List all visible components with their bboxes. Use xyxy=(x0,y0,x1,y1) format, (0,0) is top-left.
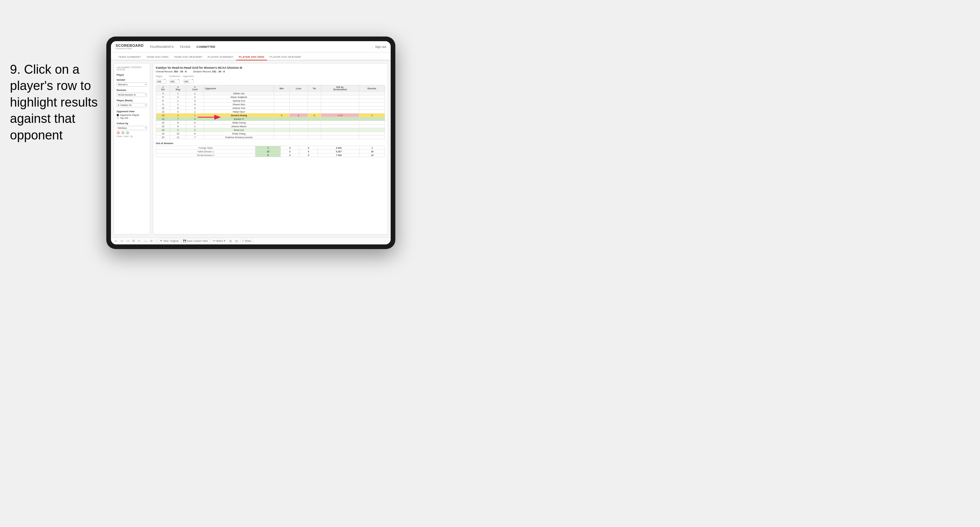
region-dropdown[interactable]: (All) xyxy=(156,80,166,83)
tab-player-summary[interactable]: PLAYER SUMMARY xyxy=(205,54,236,60)
player-rank-dropdown[interactable]: 8. Katelyn Vo xyxy=(117,103,147,107)
radio-top100-label: Top 100 xyxy=(120,117,128,119)
table-row[interactable]: 19 10 6 Emily Chang xyxy=(156,132,385,135)
save-custom-view-button[interactable]: 💾 Save Custom View xyxy=(181,239,209,243)
nav-teams[interactable]: TEAMS xyxy=(180,44,191,49)
col-conf: #Conf xyxy=(186,85,204,92)
cell-loss xyxy=(290,128,308,132)
conference-dropdown[interactable]: (All) xyxy=(169,80,180,83)
opponent-dropdown[interactable]: (All) xyxy=(183,80,194,83)
cell-conf: 1 xyxy=(186,110,204,114)
colour-down xyxy=(117,131,120,135)
cell-reg: 1 xyxy=(170,103,186,106)
table-row[interactable]: 5 2 2 Alexis Sudjianto xyxy=(156,95,385,99)
ood-cell-rounds: 10 xyxy=(360,153,385,157)
grid-expand-button[interactable]: ⊞ xyxy=(228,239,233,243)
table-header-row: #Div #Reg #Conf Opponent Win Loss Tie Di… xyxy=(156,85,385,92)
view-original-button[interactable]: 👁 View: Original xyxy=(158,239,180,243)
cell-conf: 7 xyxy=(186,135,204,139)
ood-cell-diff: 7.400 xyxy=(318,153,360,157)
table-row[interactable]: 14 7 4 Eunice Yi xyxy=(156,117,385,121)
nav-committee[interactable]: COMMITTEE xyxy=(197,44,216,49)
cell-reg: 8 xyxy=(170,121,186,125)
cell-win xyxy=(274,95,290,99)
sub-nav: TEAM SUMMARY TEAM H2H GRID TEAM H2H HEAT… xyxy=(111,52,391,60)
refresh-button[interactable]: ⟳ xyxy=(149,239,154,243)
table-row[interactable]: 15 8 5 Stella Cheng xyxy=(156,121,385,125)
region-filter-wrapper: (All) xyxy=(156,78,166,84)
annotation-text: 9. Click on aplayer's row tohighlight re… xyxy=(10,62,113,143)
cell-tie xyxy=(308,121,321,125)
cell-conf: 2 xyxy=(186,128,204,132)
opponents-filter-label: Opponents: xyxy=(183,75,194,77)
out-of-division: Out of division Foreign Team 1 0 0 4.500… xyxy=(156,142,385,157)
sign-out-button[interactable]: Sign out xyxy=(375,45,386,49)
cell-tie xyxy=(308,128,321,132)
redo-back-button[interactable]: ↩ xyxy=(119,239,124,243)
copy-button[interactable]: ⧉ xyxy=(132,239,135,243)
table-row[interactable]: 18 2 2 Euna Lee xyxy=(156,128,385,132)
table-row[interactable]: 9 1 4 Sharon Mun xyxy=(156,103,385,106)
player-rank-label: Player (Rank) xyxy=(117,99,147,102)
cell-loss xyxy=(290,106,308,110)
cell-opponent: Andrea York xyxy=(204,106,274,110)
colour-labels: Down Level Up xyxy=(117,135,147,138)
cell-opponent: Jessica Mason xyxy=(204,125,274,128)
cell-div: 12 xyxy=(156,110,170,114)
tab-player-h2h-grid[interactable]: PLAYER H2H GRID xyxy=(236,54,267,60)
table-row[interactable]: 20 11 7 Federica Domecq Lacroze xyxy=(156,135,385,139)
cut-button[interactable]: ✂ xyxy=(137,239,142,243)
cell-div: 14 xyxy=(156,117,170,121)
cell-rounds xyxy=(359,95,385,99)
cell-loss xyxy=(290,132,308,135)
cell-div: 3 xyxy=(156,92,170,95)
main-content: Last Updated: 27/03/2024 16:55:28 Player… xyxy=(111,60,391,237)
cell-reg: 10 xyxy=(170,132,186,135)
cell-tie xyxy=(308,117,321,121)
ood-row: NAIA Division 1 15 0 0 9.267 30 xyxy=(156,150,385,153)
cell-win xyxy=(274,103,290,106)
cell-tie xyxy=(308,95,321,99)
redo-forward-button[interactable]: ↪ xyxy=(126,239,130,243)
radio-dot-unselected xyxy=(117,117,119,119)
nav-tournaments[interactable]: TOURNAMENTS xyxy=(150,44,174,49)
right-panel: Katelyn Vo Head-to-Head Grid for Women's… xyxy=(153,63,388,235)
tab-team-h2h-grid[interactable]: TEAM H2H GRID xyxy=(144,54,172,60)
table-row[interactable]: 3 1 1 Esther Lee xyxy=(156,92,385,95)
division-dropdown[interactable]: NCAA Division III xyxy=(117,93,147,97)
tab-team-h2h-heatmap[interactable]: TEAM H2H HEATMAP xyxy=(171,54,205,60)
tab-team-summary[interactable]: TEAM SUMMARY xyxy=(116,54,144,60)
table-row[interactable]: 12 3 1 Haejo Hyun xyxy=(156,110,385,114)
tablet-screen: SCOREBOARD Powered by clippd TOURNAMENTS… xyxy=(111,41,391,244)
ood-cell-win: 15 xyxy=(256,150,281,153)
table-row[interactable]: 10 6 3 Andrea York xyxy=(156,106,385,110)
radio-top100[interactable]: Top 100 xyxy=(117,117,147,119)
tab-player-h2h-heatmap[interactable]: PLAYER H2H HEATMAP xyxy=(267,54,304,60)
cell-reg: 1 xyxy=(170,99,186,103)
dash-button[interactable]: — xyxy=(143,239,148,243)
ood-cell-tie: 0 xyxy=(299,150,318,153)
cell-diff xyxy=(321,92,359,95)
gender-dropdown[interactable]: Women's xyxy=(117,83,147,87)
watch-button[interactable]: 👓 Watch ▾ xyxy=(211,239,227,243)
table-row[interactable]: 16 9 1 Jessica Mason xyxy=(156,125,385,128)
division-record: Division Record: 331 - 34 - 6 xyxy=(193,70,225,73)
share-button[interactable]: ⤢ Share xyxy=(240,239,253,243)
cell-diff xyxy=(321,117,359,121)
player-rank-dropdown-wrapper: 8. Katelyn Vo xyxy=(117,103,147,107)
cell-rounds xyxy=(359,99,385,103)
radio-opponents-played[interactable]: Opponents Played xyxy=(117,114,147,116)
cell-div: 13 xyxy=(156,114,170,117)
undo-button[interactable]: ↩ xyxy=(114,239,118,243)
table-row[interactable]: 13 1 1 Jessica Huang 0 1 0 -3.00 2 xyxy=(156,114,385,117)
colour-down-label: Down xyxy=(117,135,122,138)
cell-diff xyxy=(321,125,359,128)
cell-opponent: Euna Lee xyxy=(204,128,274,132)
colour-by-dropdown[interactable]: Win/loss xyxy=(117,126,147,130)
cell-diff xyxy=(321,99,359,103)
cell-div: 9 xyxy=(156,103,170,106)
cell-loss xyxy=(290,99,308,103)
radio-dot-selected xyxy=(117,114,119,116)
table-row[interactable]: 6 1 3 Sydney Kuo xyxy=(156,99,385,103)
grid-collapse-button[interactable]: ⊟ xyxy=(234,239,239,243)
